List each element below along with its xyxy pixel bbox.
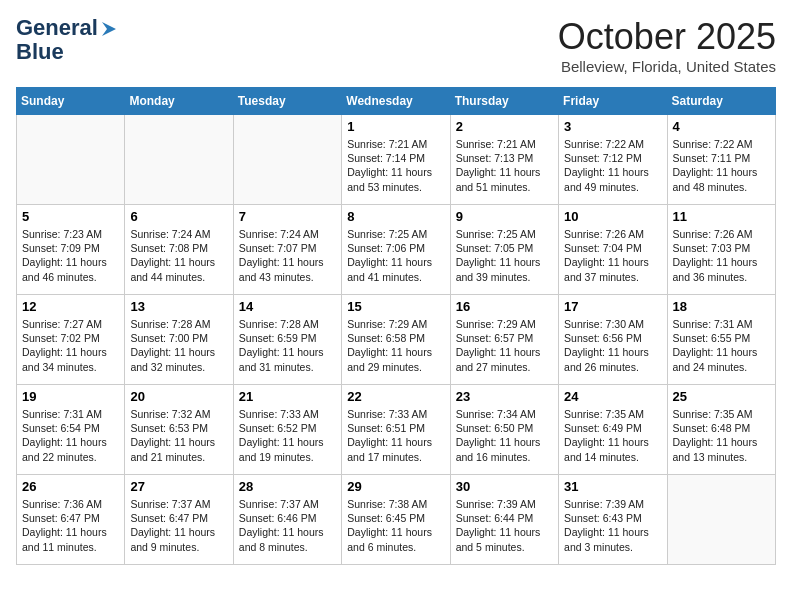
calendar-day-cell: 10Sunrise: 7:26 AMSunset: 7:04 PMDayligh… xyxy=(559,205,667,295)
day-info: Sunrise: 7:37 AMSunset: 6:46 PMDaylight:… xyxy=(239,497,336,554)
logo-arrow-icon xyxy=(100,20,118,38)
day-number: 1 xyxy=(347,119,444,134)
calendar-day-cell: 30Sunrise: 7:39 AMSunset: 6:44 PMDayligh… xyxy=(450,475,558,565)
calendar-week-row: 5Sunrise: 7:23 AMSunset: 7:09 PMDaylight… xyxy=(17,205,776,295)
day-info: Sunrise: 7:27 AMSunset: 7:02 PMDaylight:… xyxy=(22,317,119,374)
day-info: Sunrise: 7:39 AMSunset: 6:43 PMDaylight:… xyxy=(564,497,661,554)
calendar-day-cell xyxy=(125,115,233,205)
day-info: Sunrise: 7:21 AMSunset: 7:13 PMDaylight:… xyxy=(456,137,553,194)
svg-marker-0 xyxy=(102,22,116,36)
day-info: Sunrise: 7:39 AMSunset: 6:44 PMDaylight:… xyxy=(456,497,553,554)
day-number: 8 xyxy=(347,209,444,224)
calendar-day-cell: 21Sunrise: 7:33 AMSunset: 6:52 PMDayligh… xyxy=(233,385,341,475)
calendar-day-cell: 9Sunrise: 7:25 AMSunset: 7:05 PMDaylight… xyxy=(450,205,558,295)
day-info: Sunrise: 7:35 AMSunset: 6:48 PMDaylight:… xyxy=(673,407,770,464)
day-info: Sunrise: 7:33 AMSunset: 6:51 PMDaylight:… xyxy=(347,407,444,464)
day-number: 11 xyxy=(673,209,770,224)
calendar-header-row: SundayMondayTuesdayWednesdayThursdayFrid… xyxy=(17,88,776,115)
day-number: 28 xyxy=(239,479,336,494)
day-info: Sunrise: 7:29 AMSunset: 6:58 PMDaylight:… xyxy=(347,317,444,374)
day-info: Sunrise: 7:32 AMSunset: 6:53 PMDaylight:… xyxy=(130,407,227,464)
calendar-day-cell: 2Sunrise: 7:21 AMSunset: 7:13 PMDaylight… xyxy=(450,115,558,205)
day-number: 6 xyxy=(130,209,227,224)
day-number: 21 xyxy=(239,389,336,404)
day-number: 20 xyxy=(130,389,227,404)
calendar-day-cell: 4Sunrise: 7:22 AMSunset: 7:11 PMDaylight… xyxy=(667,115,775,205)
day-number: 19 xyxy=(22,389,119,404)
day-info: Sunrise: 7:22 AMSunset: 7:11 PMDaylight:… xyxy=(673,137,770,194)
month-title: October 2025 xyxy=(558,16,776,58)
day-number: 25 xyxy=(673,389,770,404)
calendar-day-cell: 11Sunrise: 7:26 AMSunset: 7:03 PMDayligh… xyxy=(667,205,775,295)
title-block: October 2025 Belleview, Florida, United … xyxy=(558,16,776,75)
calendar-day-cell: 15Sunrise: 7:29 AMSunset: 6:58 PMDayligh… xyxy=(342,295,450,385)
day-number: 4 xyxy=(673,119,770,134)
day-number: 23 xyxy=(456,389,553,404)
day-info: Sunrise: 7:23 AMSunset: 7:09 PMDaylight:… xyxy=(22,227,119,284)
day-info: Sunrise: 7:26 AMSunset: 7:04 PMDaylight:… xyxy=(564,227,661,284)
day-number: 12 xyxy=(22,299,119,314)
day-number: 9 xyxy=(456,209,553,224)
calendar-day-cell: 28Sunrise: 7:37 AMSunset: 6:46 PMDayligh… xyxy=(233,475,341,565)
calendar-day-cell: 16Sunrise: 7:29 AMSunset: 6:57 PMDayligh… xyxy=(450,295,558,385)
calendar-day-cell: 25Sunrise: 7:35 AMSunset: 6:48 PMDayligh… xyxy=(667,385,775,475)
location-subtitle: Belleview, Florida, United States xyxy=(558,58,776,75)
day-info: Sunrise: 7:34 AMSunset: 6:50 PMDaylight:… xyxy=(456,407,553,464)
day-number: 30 xyxy=(456,479,553,494)
day-number: 7 xyxy=(239,209,336,224)
day-info: Sunrise: 7:24 AMSunset: 7:08 PMDaylight:… xyxy=(130,227,227,284)
day-of-week-header: Tuesday xyxy=(233,88,341,115)
calendar-day-cell: 31Sunrise: 7:39 AMSunset: 6:43 PMDayligh… xyxy=(559,475,667,565)
calendar-day-cell xyxy=(17,115,125,205)
day-info: Sunrise: 7:31 AMSunset: 6:55 PMDaylight:… xyxy=(673,317,770,374)
day-number: 29 xyxy=(347,479,444,494)
day-of-week-header: Sunday xyxy=(17,88,125,115)
calendar-week-row: 12Sunrise: 7:27 AMSunset: 7:02 PMDayligh… xyxy=(17,295,776,385)
calendar-day-cell: 14Sunrise: 7:28 AMSunset: 6:59 PMDayligh… xyxy=(233,295,341,385)
day-info: Sunrise: 7:36 AMSunset: 6:47 PMDaylight:… xyxy=(22,497,119,554)
calendar-day-cell: 7Sunrise: 7:24 AMSunset: 7:07 PMDaylight… xyxy=(233,205,341,295)
day-of-week-header: Monday xyxy=(125,88,233,115)
day-of-week-header: Friday xyxy=(559,88,667,115)
calendar-week-row: 19Sunrise: 7:31 AMSunset: 6:54 PMDayligh… xyxy=(17,385,776,475)
day-of-week-header: Wednesday xyxy=(342,88,450,115)
calendar-day-cell: 17Sunrise: 7:30 AMSunset: 6:56 PMDayligh… xyxy=(559,295,667,385)
logo-text-blue: Blue xyxy=(16,40,64,64)
calendar-day-cell: 23Sunrise: 7:34 AMSunset: 6:50 PMDayligh… xyxy=(450,385,558,475)
day-number: 3 xyxy=(564,119,661,134)
calendar-day-cell: 29Sunrise: 7:38 AMSunset: 6:45 PMDayligh… xyxy=(342,475,450,565)
calendar-day-cell: 5Sunrise: 7:23 AMSunset: 7:09 PMDaylight… xyxy=(17,205,125,295)
day-info: Sunrise: 7:35 AMSunset: 6:49 PMDaylight:… xyxy=(564,407,661,464)
day-number: 17 xyxy=(564,299,661,314)
day-info: Sunrise: 7:28 AMSunset: 6:59 PMDaylight:… xyxy=(239,317,336,374)
day-number: 24 xyxy=(564,389,661,404)
calendar-day-cell: 19Sunrise: 7:31 AMSunset: 6:54 PMDayligh… xyxy=(17,385,125,475)
day-info: Sunrise: 7:28 AMSunset: 7:00 PMDaylight:… xyxy=(130,317,227,374)
day-number: 18 xyxy=(673,299,770,314)
calendar-week-row: 1Sunrise: 7:21 AMSunset: 7:14 PMDaylight… xyxy=(17,115,776,205)
day-number: 14 xyxy=(239,299,336,314)
calendar-table: SundayMondayTuesdayWednesdayThursdayFrid… xyxy=(16,87,776,565)
calendar-day-cell: 6Sunrise: 7:24 AMSunset: 7:08 PMDaylight… xyxy=(125,205,233,295)
calendar-day-cell: 18Sunrise: 7:31 AMSunset: 6:55 PMDayligh… xyxy=(667,295,775,385)
day-info: Sunrise: 7:38 AMSunset: 6:45 PMDaylight:… xyxy=(347,497,444,554)
day-number: 2 xyxy=(456,119,553,134)
day-info: Sunrise: 7:25 AMSunset: 7:05 PMDaylight:… xyxy=(456,227,553,284)
calendar-day-cell: 12Sunrise: 7:27 AMSunset: 7:02 PMDayligh… xyxy=(17,295,125,385)
day-number: 22 xyxy=(347,389,444,404)
calendar-day-cell: 26Sunrise: 7:36 AMSunset: 6:47 PMDayligh… xyxy=(17,475,125,565)
calendar-day-cell: 27Sunrise: 7:37 AMSunset: 6:47 PMDayligh… xyxy=(125,475,233,565)
day-number: 27 xyxy=(130,479,227,494)
calendar-day-cell xyxy=(233,115,341,205)
calendar-day-cell: 24Sunrise: 7:35 AMSunset: 6:49 PMDayligh… xyxy=(559,385,667,475)
calendar-day-cell: 20Sunrise: 7:32 AMSunset: 6:53 PMDayligh… xyxy=(125,385,233,475)
day-info: Sunrise: 7:26 AMSunset: 7:03 PMDaylight:… xyxy=(673,227,770,284)
day-info: Sunrise: 7:22 AMSunset: 7:12 PMDaylight:… xyxy=(564,137,661,194)
day-info: Sunrise: 7:25 AMSunset: 7:06 PMDaylight:… xyxy=(347,227,444,284)
logo: General Blue xyxy=(16,16,118,64)
day-info: Sunrise: 7:24 AMSunset: 7:07 PMDaylight:… xyxy=(239,227,336,284)
calendar-day-cell xyxy=(667,475,775,565)
day-number: 13 xyxy=(130,299,227,314)
day-number: 15 xyxy=(347,299,444,314)
calendar-day-cell: 8Sunrise: 7:25 AMSunset: 7:06 PMDaylight… xyxy=(342,205,450,295)
